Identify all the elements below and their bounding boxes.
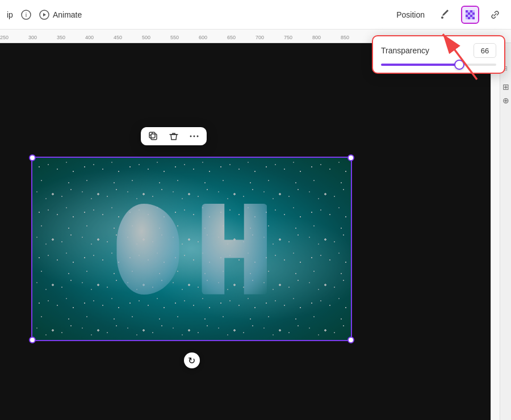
- letter-d: [116, 204, 179, 295]
- more-icon: [189, 131, 200, 142]
- svg-point-24: [194, 136, 195, 137]
- toolbar-tip[interactable]: ip: [7, 10, 13, 19]
- right-panel-icon2[interactable]: ⊕: [502, 96, 509, 105]
- svg-rect-7: [466, 12, 468, 15]
- svg-rect-5: [470, 10, 472, 12]
- svg-rect-12: [468, 15, 470, 17]
- main-toolbar: ip i Animate Position: [0, 0, 511, 30]
- slider-thumb[interactable]: [454, 60, 464, 70]
- svg-rect-8: [468, 12, 470, 15]
- letter-h: [202, 204, 267, 295]
- tip-label: ip: [7, 10, 13, 19]
- svg-rect-9: [470, 12, 472, 15]
- paintbrush-icon: [439, 9, 451, 20]
- toolbar-left: ip i Animate: [7, 10, 383, 20]
- handle-top-right[interactable]: [347, 154, 354, 161]
- svg-rect-3: [466, 10, 468, 12]
- paintbrush-icon-btn[interactable]: [436, 6, 454, 24]
- more-button[interactable]: [189, 131, 200, 142]
- right-panel-actions: ⊞ ⊕: [502, 82, 509, 105]
- transparency-value[interactable]: 66: [474, 43, 496, 58]
- vertical-ruler: [491, 43, 500, 420]
- svg-rect-19: [151, 134, 157, 140]
- svg-rect-10: [472, 12, 475, 15]
- panel-header: Transparency 66: [381, 43, 496, 58]
- animate-icon: [39, 10, 49, 20]
- svg-point-23: [190, 136, 192, 137]
- checkerboard-icon: [464, 9, 476, 20]
- float-toolbar: [141, 127, 207, 145]
- handle-top-left[interactable]: [29, 154, 36, 161]
- transparency-label: Transparency: [381, 46, 429, 55]
- toolbar-info[interactable]: i: [21, 10, 31, 20]
- transparency-slider[interactable]: [381, 64, 496, 66]
- svg-rect-11: [466, 15, 468, 17]
- info-icon: i: [21, 10, 31, 20]
- right-panel: ⊞ ⊞ ⊕: [500, 43, 511, 420]
- svg-text:i: i: [26, 11, 27, 18]
- animate-label: Animate: [53, 10, 82, 19]
- svg-rect-14: [472, 15, 475, 17]
- toolbar-right: Position: [392, 6, 504, 24]
- svg-rect-18: [472, 17, 475, 19]
- svg-rect-4: [468, 10, 470, 12]
- svg-rect-15: [466, 17, 468, 19]
- delete-button[interactable]: [168, 131, 179, 142]
- duplicate-icon: [148, 131, 159, 142]
- image-canvas: [32, 158, 351, 340]
- svg-rect-17: [470, 17, 472, 19]
- transparency-panel: Transparency 66: [372, 35, 505, 74]
- letter-shapes: [116, 204, 267, 295]
- rotate-handle[interactable]: ↻: [184, 352, 200, 368]
- svg-point-25: [197, 136, 199, 137]
- svg-rect-16: [468, 17, 470, 19]
- transparency-icon-btn[interactable]: [461, 6, 479, 24]
- svg-rect-6: [472, 10, 475, 12]
- trash-icon: [168, 131, 179, 142]
- link-icon-btn[interactable]: [486, 6, 504, 24]
- rotate-icon: ↻: [188, 355, 195, 366]
- right-panel-icon1[interactable]: ⊞: [502, 82, 509, 91]
- link-icon: [489, 9, 501, 20]
- position-button[interactable]: Position: [392, 8, 429, 22]
- handle-bottom-left[interactable]: [29, 337, 36, 343]
- handle-bottom-right[interactable]: [347, 337, 354, 343]
- svg-rect-13: [470, 15, 472, 17]
- duplicate-button[interactable]: [148, 131, 159, 142]
- canvas-area[interactable]: ↻: [0, 43, 511, 420]
- selected-image[interactable]: ↻: [31, 157, 352, 341]
- toolbar-animate[interactable]: Animate: [39, 10, 82, 20]
